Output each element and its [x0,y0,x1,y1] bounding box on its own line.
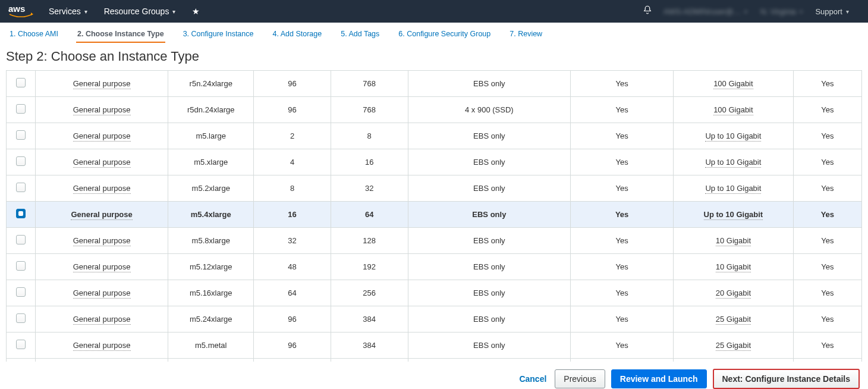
cell-memory: 256 [331,280,408,306]
cell-network: 10 Gigabit [674,254,794,280]
cancel-button[interactable]: Cancel [517,371,549,387]
cell-vcpus: 48 [254,254,331,280]
row-checkbox[interactable] [16,78,26,87]
bell-icon[interactable] [642,5,653,18]
cell-checkbox [7,175,36,202]
next-configure-instance-details-button[interactable]: Next: Configure Instance Details [713,369,860,389]
cell-checkbox [7,71,36,97]
table-row[interactable]: General purposem5.8xlarge32128EBS onlyYe… [7,228,862,254]
aws-logo[interactable]: aws [8,4,33,19]
cell-vcpus: 4 [254,149,331,175]
cell-type: m5.8xlarge [168,228,254,254]
cell-type: m5.large [168,123,254,149]
cell-network: 10 Gigabit [674,228,794,254]
row-checkbox[interactable] [16,130,26,140]
wizard-step-7[interactable]: 7. Review [508,25,543,43]
table-row[interactable]: General purposem5.12xlarge48192EBS onlyY… [7,254,862,280]
cell-vcpus: 16 [254,202,331,228]
cell-type: m5.2xlarge [168,175,254,202]
cell-checkbox [7,123,36,149]
cell-storage: EBS only [408,202,571,228]
cell-family: General purpose [35,149,168,175]
table-row[interactable]: General purposer5n.24xlarge96768EBS only… [7,71,862,97]
nav-region[interactable]: N. Virginia [760,7,803,16]
cell-network: Up to 10 Gigabit [674,123,794,149]
table-row[interactable]: General purposem5.large28EBS onlyYesUp t… [7,123,862,149]
row-checkbox[interactable] [16,340,26,349]
cell-family: General purpose [35,254,168,280]
row-checkbox[interactable] [16,313,26,323]
cell-checkbox [7,149,36,175]
cell-storage: EBS only [408,123,571,149]
review-and-launch-button[interactable]: Review and Launch [611,369,707,388]
cell-family: General purpose [35,123,168,149]
cell-family: General purpose [35,280,168,306]
pin-icon[interactable]: ★ [192,7,200,16]
cell-vcpus: 96 [254,97,331,123]
wizard-step-3[interactable]: 3. Configure Instance [182,25,255,43]
cell-memory: 64 [331,202,408,228]
nav-resource-groups[interactable]: Resource Groups [104,7,176,16]
cell-ipv6: Yes [793,280,861,306]
cell-ipv6: Yes [793,97,861,123]
cell-network: 20 Gigabit [674,280,794,306]
table-row[interactable]: General purposem5.4xlarge1664EBS onlyYes… [7,202,862,228]
wizard-step-5[interactable]: 5. Add Tags [339,25,380,43]
page-title: Step 2: Choose an Instance Type [0,43,868,70]
row-checkbox[interactable] [16,104,26,114]
cell-family: General purpose [35,306,168,332]
cell-storage: EBS only [408,280,571,306]
row-checkbox[interactable] [16,156,26,166]
cell-memory: 192 [331,254,408,280]
cell-vcpus: 96 [254,306,331,332]
wizard-step-6[interactable]: 6. Configure Security Group [397,25,492,43]
previous-button[interactable]: Previous [555,369,605,388]
cell-storage: EBS only [408,228,571,254]
nav-account[interactable]: AWS-ADMIN/user@… [663,7,747,16]
wizard-steps: 1. Choose AMI2. Choose Instance Type3. C… [0,23,868,43]
cell-memory: 16 [331,149,408,175]
row-checkbox[interactable] [16,261,26,271]
cell-checkbox [7,228,36,254]
cell-ebs-optimized: Yes [571,149,674,175]
cell-vcpus: 96 [254,332,331,359]
cell-family: General purpose [35,175,168,202]
cell-family: General purpose [35,71,168,97]
row-checkbox[interactable] [16,287,26,297]
cell-checkbox [7,202,36,228]
wizard-step-4[interactable]: 4. Add Storage [271,25,323,43]
cell-ebs-optimized: Yes [571,228,674,254]
cell-memory: 128 [331,228,408,254]
cell-network: 25 Gigabit [674,306,794,332]
cell-type: m5.12xlarge [168,254,254,280]
cell-ebs-optimized: Yes [571,254,674,280]
table-row[interactable]: General purposem5.24xlarge96384EBS onlyY… [7,306,862,332]
table-row[interactable]: General purposem5.16xlarge64256EBS onlyY… [7,280,862,306]
cell-storage: EBS only [408,332,571,359]
table-row[interactable]: General purposem5.metal96384EBS onlyYes2… [7,332,862,359]
cell-ipv6: Yes [793,306,861,332]
cell-ebs-optimized: Yes [571,175,674,202]
row-checkbox[interactable] [16,183,26,192]
cell-memory: 768 [331,71,408,97]
cell-ipv6: Yes [793,254,861,280]
nav-support[interactable]: Support [815,7,849,16]
cell-memory: 8 [331,123,408,149]
cell-checkbox [7,97,36,123]
wizard-step-1[interactable]: 1. Choose AMI [8,25,59,43]
cell-network: 100 Gigabit [674,71,794,97]
cell-network: Up to 10 Gigabit [674,175,794,202]
cell-family: General purpose [35,228,168,254]
cell-ebs-optimized: Yes [571,306,674,332]
row-checkbox[interactable] [16,235,26,244]
cell-network: 100 Gigabit [674,97,794,123]
cell-checkbox [7,254,36,280]
nav-services[interactable]: Services [49,7,87,16]
instance-table-scroll[interactable]: General purposer5n.24xlarge96768EBS only… [6,70,862,362]
instance-table-wrap: General purposer5n.24xlarge96768EBS only… [0,70,868,362]
cell-network: Up to 10 Gigabit [674,202,794,228]
table-row[interactable]: General purposem5.xlarge416EBS onlyYesUp… [7,149,862,175]
table-row[interactable]: General purposer5dn.24xlarge967684 x 900… [7,97,862,123]
table-row[interactable]: General purposem5.2xlarge832EBS onlyYesU… [7,175,862,202]
row-checkbox[interactable] [16,209,26,218]
